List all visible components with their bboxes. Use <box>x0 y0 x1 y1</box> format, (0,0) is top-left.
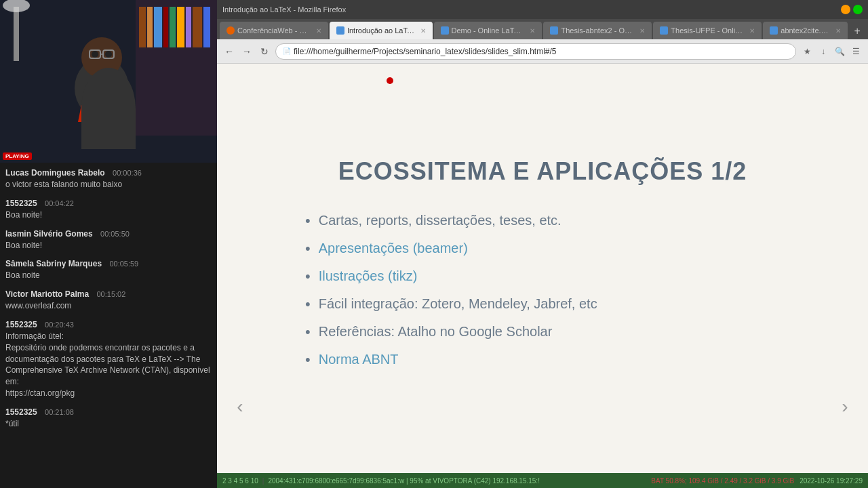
zoom-button[interactable]: 🔍 <box>833 45 846 58</box>
tab-tab3[interactable]: Demo - Online LaTeX E... ✕ <box>434 22 542 39</box>
bullet-text: Referências: Atalho no Google Scholar <box>319 324 553 340</box>
chat-text: Informação útel:Repositório onde podemos… <box>5 331 212 399</box>
tab-favicon <box>336 26 344 35</box>
tab-close-button[interactable]: ✕ <box>639 27 645 35</box>
chat-username: 1552325 <box>5 199 37 208</box>
bullet-link[interactable]: Apresentações (beamer) <box>319 241 468 256</box>
chat-text: Boa noite <box>5 270 212 281</box>
tab-bar: ConferênciaWeb - Prog... ✕ Introdução ao… <box>217 19 868 39</box>
refresh-button[interactable]: ↻ <box>258 45 271 58</box>
chat-username: Sâmela Sabriny Marques <box>5 259 102 268</box>
svg-point-15 <box>92 51 98 58</box>
bullet-link[interactable]: Ilustrações (tikz) <box>319 268 418 284</box>
playing-badge: PLAYING <box>3 152 32 160</box>
slide-next-button[interactable]: › <box>833 394 857 419</box>
url-security-icon: 📄 <box>283 47 291 55</box>
slide-bullet: Ilustrações (tikz) <box>305 268 780 285</box>
svg-rect-6 <box>170 7 176 47</box>
bullet-link[interactable]: Norma ABNT <box>319 352 399 367</box>
svg-rect-10 <box>203 7 210 47</box>
slide-bullet: Cartas, reports, dissertações, teses, et… <box>305 213 780 230</box>
bullet-text: Cartas, reports, dissertações, teses, et… <box>319 213 561 228</box>
tab-close-button[interactable]: ✕ <box>835 27 841 35</box>
tab-label: Thesis-UFPE - Online L... <box>671 26 744 35</box>
chat-timestamp: 00:04:22 <box>45 199 74 207</box>
chat-username: Victor Mariotto Palma <box>5 289 89 299</box>
tab-favicon <box>226 26 235 35</box>
tab-favicon <box>441 26 449 35</box>
slide-bullet: Norma ABNT <box>305 352 780 369</box>
svg-rect-11 <box>14 7 19 61</box>
chat-message: Iasmin Silvério Gomes 00:05:50 Boa noite… <box>5 229 212 251</box>
tab-label: abntex2cite.pdf <box>781 26 830 35</box>
webcam-area: PLAYING <box>0 0 217 163</box>
chat-text: Boa noite! <box>5 240 212 251</box>
forward-button[interactable]: → <box>240 45 254 58</box>
svg-rect-8 <box>186 7 191 47</box>
tab-close-button[interactable]: ✕ <box>420 27 426 35</box>
tab-close-button[interactable]: ✕ <box>316 27 321 35</box>
url-bar[interactable]: 📄 file:///home/guilherme/Projects/semina… <box>275 43 796 60</box>
status-pages: 2 3 4 5 6 10 <box>222 477 258 485</box>
new-tab-button[interactable]: + <box>849 23 865 39</box>
tab-tab2[interactable]: Introdução ao LaTeX ✕ <box>330 22 433 39</box>
status-info: 2004:431:c709:6800:e665:7d99:6836:5ac1:w… <box>268 477 539 485</box>
title-bar: Introdução ao LaTeX - Mozilla Firefox <box>217 0 868 19</box>
chat-timestamp: 00:20:43 <box>45 321 74 329</box>
tab-tab1[interactable]: ConferênciaWeb - Prog... ✕ <box>220 22 328 39</box>
chat-timestamp: 00:05:50 <box>100 230 130 238</box>
slide-prev-button[interactable]: ‹ <box>228 394 252 419</box>
svg-rect-9 <box>193 7 202 47</box>
chat-message: Victor Mariotto Palma 00:15:02 www.overl… <box>5 289 212 312</box>
status-datetime: 2022-10-26 19:27:29 <box>800 477 863 485</box>
browser-window: Introdução ao LaTeX - Mozilla Firefox Co… <box>217 0 868 488</box>
chat-timestamp: 00:00:36 <box>113 169 142 177</box>
tab-label: ConferênciaWeb - Prog... <box>237 26 311 35</box>
chat-message: Sâmela Sabriny Marques 00:05:59 Boa noit… <box>5 259 212 281</box>
tab-label: Thesis-abntex2 - Onlin... <box>561 26 634 35</box>
tab-tab4[interactable]: Thesis-abntex2 - Onlin... ✕ <box>543 22 652 39</box>
chat-area[interactable]: Lucas Domingues Rabelo 00:00:36 o victor… <box>0 163 217 488</box>
tab-close-button[interactable]: ✕ <box>749 27 755 35</box>
tab-label: Introdução ao LaTeX <box>347 26 415 35</box>
tab-favicon <box>770 26 778 35</box>
title-bar-text: Introdução ao LaTeX - Mozilla Firefox <box>222 5 346 14</box>
left-panel: PLAYING Lucas Domingues Rabelo 00:00:36 … <box>0 0 217 488</box>
bookmark-button[interactable]: ★ <box>800 45 814 58</box>
webcam-svg <box>0 0 217 163</box>
tab-close-button[interactable]: ✕ <box>530 27 535 35</box>
chat-message: 1552325 00:04:22 Boa noite! <box>5 199 212 221</box>
chat-username: Iasmin Silvério Gomes <box>5 229 93 239</box>
back-button[interactable]: ← <box>222 45 236 58</box>
chat-timestamp: 00:15:02 <box>96 290 125 298</box>
svg-point-16 <box>105 51 112 58</box>
svg-point-14 <box>81 37 122 78</box>
chat-username: Lucas Domingues Rabelo <box>5 168 105 178</box>
svg-rect-4 <box>154 7 162 47</box>
tab-favicon <box>660 26 668 35</box>
menu-button[interactable]: ☰ <box>849 45 863 58</box>
slide-bullet: Referências: Atalho no Google Scholar <box>305 324 780 341</box>
slide-content: ECOSSITEMA E APLICAÇÕES 1/2 Cartas, repo… <box>217 64 868 473</box>
tab-tab6[interactable]: abntex2cite.pdf ✕ <box>763 22 848 39</box>
url-text: file:///home/guilherme/Projects/seminari… <box>294 47 557 56</box>
chat-username: 1552325 <box>5 407 37 417</box>
chat-message: 1552325 00:21:08 *útil <box>5 407 212 430</box>
bullet-text: Fácil integração: Zotero, Mendeley, Jabr… <box>319 296 597 312</box>
tab-tab5[interactable]: Thesis-UFPE - Online L... ✕ <box>653 22 762 39</box>
minimize-button[interactable] <box>841 5 850 14</box>
chat-username: 1552325 <box>5 320 37 329</box>
slide-bullets: Cartas, reports, dissertações, teses, et… <box>305 213 780 380</box>
title-bar-icons <box>841 5 863 14</box>
download-button[interactable]: ↓ <box>816 45 830 58</box>
chat-text: www.overleaf.com <box>5 300 212 312</box>
chat-message: Lucas Domingues Rabelo 00:00:36 o victor… <box>5 168 212 190</box>
chat-text: Boa noite! <box>5 209 212 221</box>
svg-rect-3 <box>147 7 153 47</box>
status-bar: 2 3 4 5 6 10 | 2004:431:c709:6800:e665:7… <box>217 473 868 488</box>
slide-bullet: Fácil integração: Zotero, Mendeley, Jabr… <box>305 296 780 313</box>
status-bat: BAT 50.8%; 109.4 GiB / 2.49 / 3.2 GiB / … <box>651 477 794 485</box>
maximize-button[interactable] <box>853 5 863 14</box>
chat-message: 1552325 00:20:43 Informação útel:Reposit… <box>5 320 212 399</box>
tab-favicon <box>550 26 558 35</box>
